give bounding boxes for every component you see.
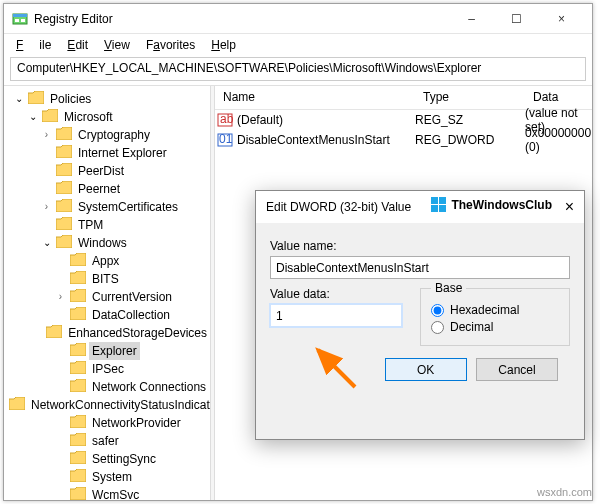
menu-edit[interactable]: Edit xyxy=(59,36,96,54)
tree-label[interactable]: PeerDist xyxy=(75,162,127,180)
tree-label[interactable]: NetworkProvider xyxy=(89,414,184,432)
menu-view[interactable]: View xyxy=(96,36,138,54)
chevron-icon[interactable] xyxy=(54,309,67,322)
tree-node[interactable]: DataCollection xyxy=(6,306,210,324)
value-data: 0x00000000 (0) xyxy=(525,126,592,154)
chevron-icon[interactable] xyxy=(54,345,67,358)
tree-label[interactable]: Cryptography xyxy=(75,126,153,144)
tree-label[interactable]: IPSec xyxy=(89,360,127,378)
tree-node[interactable]: PeerDist xyxy=(6,162,210,180)
folder-icon xyxy=(56,181,72,197)
tree-pane[interactable]: ⌄Policies⌄Microsoft›CryptographyInternet… xyxy=(4,86,210,500)
dialog-close-button[interactable]: × xyxy=(565,198,574,216)
tree-node[interactable]: Internet Explorer xyxy=(6,144,210,162)
tree-node[interactable]: NetworkProvider xyxy=(6,414,210,432)
tree-label[interactable]: NetworkConnectivityStatusIndicator xyxy=(28,396,210,414)
tree-label[interactable]: SystemCertificates xyxy=(75,198,181,216)
folder-icon xyxy=(9,397,25,413)
edit-dword-dialog: Edit DWORD (32-bit) Value × TheWindowsCl… xyxy=(255,190,585,440)
tree-node[interactable]: Appx xyxy=(6,252,210,270)
tree-label[interactable]: safer xyxy=(89,432,122,450)
value-type: REG_SZ xyxy=(415,113,525,127)
chevron-icon[interactable] xyxy=(54,453,67,466)
tree-node[interactable]: ⌄Microsoft xyxy=(6,108,210,126)
value-type: REG_DWORD xyxy=(415,133,525,147)
radio-hex[interactable]: Hexadecimal xyxy=(431,303,559,317)
tree-node[interactable]: System xyxy=(6,468,210,486)
tree-label[interactable]: Microsoft xyxy=(61,108,116,126)
tree-node[interactable]: WcmSvc xyxy=(6,486,210,500)
tree-node[interactable]: NetworkConnectivityStatusIndicator xyxy=(6,396,210,414)
tree-node[interactable]: TPM xyxy=(6,216,210,234)
tree-node[interactable]: IPSec xyxy=(6,360,210,378)
tree-node[interactable]: Peernet xyxy=(6,180,210,198)
header-type[interactable]: Type xyxy=(415,86,525,109)
tree-label[interactable]: Explorer xyxy=(89,342,140,360)
tree-label[interactable]: DataCollection xyxy=(89,306,173,324)
chevron-icon[interactable] xyxy=(54,435,67,448)
address-bar[interactable]: Computer\HKEY_LOCAL_MACHINE\SOFTWARE\Pol… xyxy=(10,57,586,81)
list-row[interactable]: 011DisableContextMenusInStartREG_DWORD0x… xyxy=(215,130,592,150)
chevron-icon[interactable] xyxy=(54,363,67,376)
tree-node[interactable]: ›CurrentVersion xyxy=(6,288,210,306)
header-name[interactable]: Name xyxy=(215,86,415,109)
tree-node[interactable]: ›Cryptography xyxy=(6,126,210,144)
chevron-icon[interactable] xyxy=(40,165,53,178)
maximize-button[interactable]: ☐ xyxy=(494,4,539,33)
chevron-icon[interactable]: › xyxy=(40,129,53,142)
chevron-icon[interactable]: ⌄ xyxy=(26,111,39,124)
chevron-icon[interactable]: › xyxy=(40,201,53,214)
tree-label[interactable]: Network Connections xyxy=(89,378,209,396)
tree-node[interactable]: ›SystemCertificates xyxy=(6,198,210,216)
chevron-icon[interactable]: › xyxy=(54,291,67,304)
folder-icon xyxy=(70,433,86,449)
tree-node[interactable]: EnhancedStorageDevices xyxy=(6,324,210,342)
windows-icon xyxy=(431,197,447,213)
tree-node[interactable]: safer xyxy=(6,432,210,450)
chevron-icon[interactable] xyxy=(54,471,67,484)
tree-node[interactable]: SettingSync xyxy=(6,450,210,468)
regedit-icon xyxy=(12,11,28,27)
tree-label[interactable]: EnhancedStorageDevices xyxy=(65,324,210,342)
chevron-icon[interactable] xyxy=(54,273,67,286)
tree-label[interactable]: Peernet xyxy=(75,180,123,198)
menu-file[interactable]: File xyxy=(8,36,59,54)
tree-label[interactable]: Appx xyxy=(89,252,122,270)
menu-help[interactable]: Help xyxy=(203,36,244,54)
tree-node[interactable]: ⌄Windows xyxy=(6,234,210,252)
tree-label[interactable]: System xyxy=(89,468,135,486)
page-watermark: wsxdn.com xyxy=(537,486,592,498)
chevron-icon[interactable] xyxy=(40,147,53,160)
tree-node[interactable]: BITS xyxy=(6,270,210,288)
valuedata-input[interactable] xyxy=(270,304,402,327)
ok-button[interactable]: OK xyxy=(385,358,467,381)
valuename-input[interactable] xyxy=(270,256,570,279)
chevron-icon[interactable] xyxy=(35,327,43,340)
minimize-button[interactable]: – xyxy=(449,4,494,33)
tree-label[interactable]: Internet Explorer xyxy=(75,144,170,162)
chevron-icon[interactable] xyxy=(54,417,67,430)
titlebar[interactable]: Registry Editor – ☐ × xyxy=(4,4,592,34)
chevron-icon[interactable] xyxy=(40,219,53,232)
tree-label[interactable]: CurrentVersion xyxy=(89,288,175,306)
close-button[interactable]: × xyxy=(539,4,584,33)
tree-label[interactable]: WcmSvc xyxy=(89,486,142,500)
tree-label[interactable]: TPM xyxy=(75,216,106,234)
chevron-icon[interactable]: ⌄ xyxy=(12,93,25,106)
value-icon: ab xyxy=(215,112,235,128)
tree-label[interactable]: Policies xyxy=(47,90,94,108)
chevron-icon[interactable] xyxy=(54,489,67,501)
tree-node[interactable]: Network Connections xyxy=(6,378,210,396)
cancel-button[interactable]: Cancel xyxy=(476,358,558,381)
chevron-icon[interactable] xyxy=(54,255,67,268)
tree-node[interactable]: ⌄Policies xyxy=(6,90,210,108)
tree-label[interactable]: SettingSync xyxy=(89,450,159,468)
tree-label[interactable]: Windows xyxy=(75,234,130,252)
tree-node[interactable]: Explorer xyxy=(6,342,210,360)
tree-label[interactable]: BITS xyxy=(89,270,122,288)
chevron-icon[interactable] xyxy=(54,381,67,394)
radio-dec[interactable]: Decimal xyxy=(431,320,559,334)
chevron-icon[interactable]: ⌄ xyxy=(40,237,53,250)
menu-favorites[interactable]: Favorites xyxy=(138,36,203,54)
chevron-icon[interactable] xyxy=(40,183,53,196)
